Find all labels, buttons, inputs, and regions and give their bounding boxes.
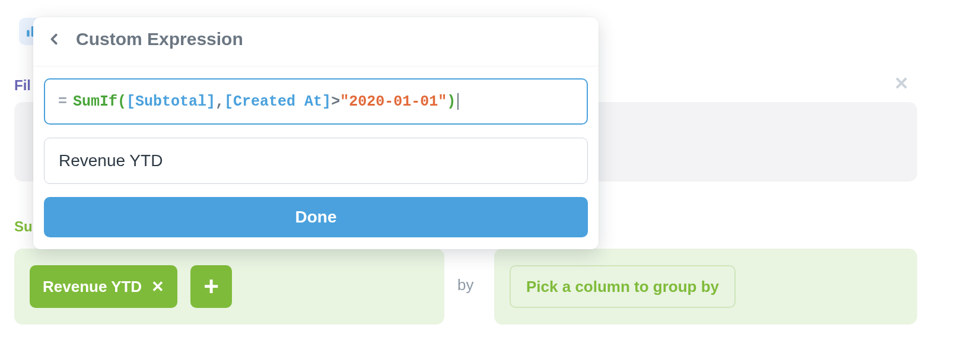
group-by-button[interactable]: Pick a column to group by <box>510 265 736 308</box>
expression-input[interactable]: = SumIf ( [Subtotal] , [Created At] > "2… <box>44 78 588 125</box>
remove-metric-icon[interactable]: ✕ <box>151 279 164 294</box>
expression-function: SumIf <box>73 93 117 110</box>
summarize-panel-left: Revenue YTD ✕ + <box>14 249 444 325</box>
summarize-panel-right: Pick a column to group by <box>494 249 917 325</box>
group-by-label: Pick a column to group by <box>526 278 719 296</box>
expression-equals: = <box>58 93 67 110</box>
expression-field-2: [Created At] <box>224 93 331 110</box>
add-metric-button[interactable]: + <box>190 265 232 308</box>
expression-field-1: [Subtotal] <box>126 93 215 110</box>
chevron-left-icon <box>48 33 61 46</box>
done-button[interactable]: Done <box>44 197 588 237</box>
name-input-wrapper <box>44 138 588 184</box>
metric-chip-revenue-ytd[interactable]: Revenue YTD ✕ <box>30 265 177 308</box>
metric-chip-label: Revenue YTD <box>43 278 142 296</box>
svg-rect-0 <box>27 30 29 37</box>
by-label: by <box>457 276 473 294</box>
popover-title: Custom Expression <box>76 29 243 49</box>
close-icon[interactable]: ✕ <box>894 75 909 93</box>
text-caret <box>457 93 459 110</box>
custom-expression-popover: Custom Expression = SumIf ( [Subtotal] ,… <box>33 17 599 249</box>
expression-operator: > <box>331 93 340 110</box>
expression-close-paren: ) <box>447 93 456 110</box>
expression-open-paren: ( <box>117 93 126 110</box>
plus-icon: + <box>203 272 219 301</box>
expression-comma: , <box>215 93 224 110</box>
summarize-section-label: Su <box>14 218 33 235</box>
filter-section-label: Fil <box>14 77 31 94</box>
expression-string: "2020-01-01" <box>340 93 447 110</box>
expression-name-input[interactable] <box>58 151 574 171</box>
back-button[interactable] <box>46 31 63 47</box>
popover-header: Custom Expression <box>33 17 599 66</box>
done-button-label: Done <box>295 208 337 227</box>
